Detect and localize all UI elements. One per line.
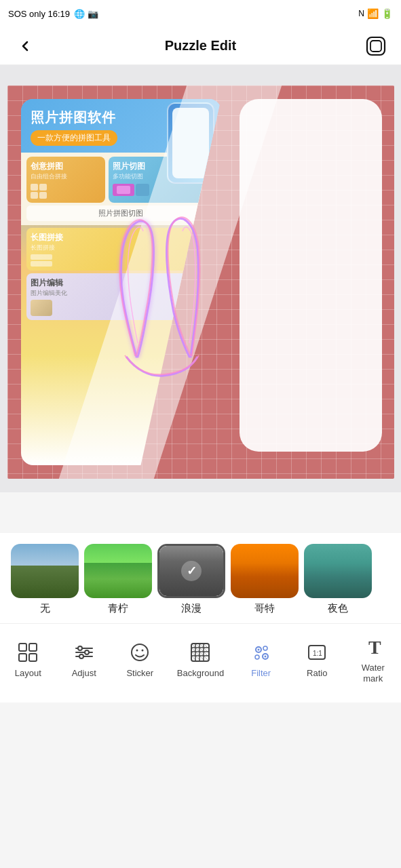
status-right: N 📶 🔋 [358,8,393,19]
filter-preview-gothic [231,544,299,598]
app-title-text: 照片拼图软件 [31,108,117,127]
canvas-area: 照片拼图软件 一款方便的拼图工具 创意拼图 自由组合拼接 [0,65,401,492]
watermark-icon: T [361,635,385,659]
status-text: SOS only 16:19 [8,9,70,19]
filter-scroll-container[interactable]: 无 青柠 ✓ 浪漫 哥特 [0,544,401,615]
toolbar-item-ratio[interactable]: 1:1 Ratio [292,637,341,682]
filter-item-night[interactable]: 夜色 [304,544,372,615]
svg-text:1:1: 1:1 [313,650,322,657]
filter-thumb-none[interactable] [11,544,79,598]
svg-point-26 [264,655,266,657]
filter-label-romantic: 浪漫 [181,602,202,615]
svg-text:T: T [368,637,381,658]
filter-thumb-romantic[interactable]: ✓ [157,544,225,598]
watermark-label: Watermark [362,663,385,684]
filter-thumb-night[interactable] [304,544,372,598]
toolbar-item-sticker[interactable]: Sticker [115,637,164,682]
filter-section: 无 青柠 ✓ 浪漫 哥特 [0,533,401,623]
toolbar-item-filter[interactable]: Filter [237,637,286,682]
svg-rect-5 [29,654,37,661]
app-subtitle: 一款方便的拼图工具 [31,130,117,146]
toolbar-item-background[interactable]: Back­gr­ound [172,637,229,682]
signal-icon: 📶 [367,8,379,19]
svg-point-13 [136,649,138,651]
save-button[interactable] [363,33,389,59]
filter-item-lime[interactable]: 青柠 [84,544,152,615]
layout-icon [16,640,40,665]
status-left: SOS only 16:19 🌐 📷 [8,9,98,19]
svg-rect-1 [370,41,381,52]
layout-label: Layout [15,668,41,679]
svg-point-27 [255,655,259,659]
background-icon [188,640,212,665]
filter-label-gothic: 哥特 [254,602,275,615]
filter-label: Filter [251,668,271,679]
filter-label-none: 无 [40,602,50,615]
filter-preview-none [11,544,79,598]
filter-item-romantic[interactable]: ✓ 浪漫 [157,544,225,615]
filter-thumb-lime[interactable] [84,544,152,598]
emoji-icons: 🌐 📷 [74,9,98,19]
toolbar-item-watermark[interactable]: T Watermark [349,632,398,686]
adjust-label: Adjust [72,668,96,679]
filter-preview-lime [84,544,152,598]
svg-rect-2 [19,644,26,651]
top-nav: Puzzle Edit [0,27,401,65]
svg-point-14 [142,649,144,651]
svg-rect-4 [19,654,26,661]
svg-point-9 [78,646,82,650]
svg-point-12 [132,644,148,660]
filter-label-night: 夜色 [328,602,348,615]
filter-item-none[interactable]: 无 [11,544,79,615]
right-white-panel[interactable] [240,99,382,452]
back-button[interactable] [12,33,38,59]
filter-preview-night [304,544,372,598]
filter-icon [249,640,273,665]
svg-rect-0 [367,37,385,55]
background-label: Back­gr­ound [177,668,224,679]
battery-icon: 🔋 [381,8,393,19]
filter-item-gothic[interactable]: 哥特 [231,544,299,615]
ratio-icon: 1:1 [305,640,329,665]
svg-point-23 [257,648,259,650]
sticker-label: Sticker [126,668,153,679]
filter-thumb-gothic[interactable] [231,544,299,598]
svg-point-10 [85,650,89,654]
page-title: Puzzle Edit [165,38,237,54]
sticker-icon [128,640,152,665]
svg-point-11 [79,654,83,658]
toolbar-item-layout[interactable]: Layout [3,637,52,682]
bottom-toolbar: Layout Adjust Sticker [0,623,401,703]
filter-label-lime: 青柠 [108,602,128,615]
svg-rect-3 [29,644,37,651]
canvas-bottom-space [0,492,401,533]
ratio-label: Ratio [307,668,327,679]
svg-point-24 [263,646,267,650]
status-bar: SOS only 16:19 🌐 📷 N 📶 🔋 [0,0,401,27]
nfc-icon: N [358,9,364,18]
toolbar-item-adjust[interactable]: Adjust [60,637,109,682]
selected-checkmark: ✓ [181,561,202,581]
adjust-icon [72,640,96,665]
puzzle-canvas[interactable]: 照片拼图软件 一款方便的拼图工具 创意拼图 自由组合拼接 [7,85,394,479]
